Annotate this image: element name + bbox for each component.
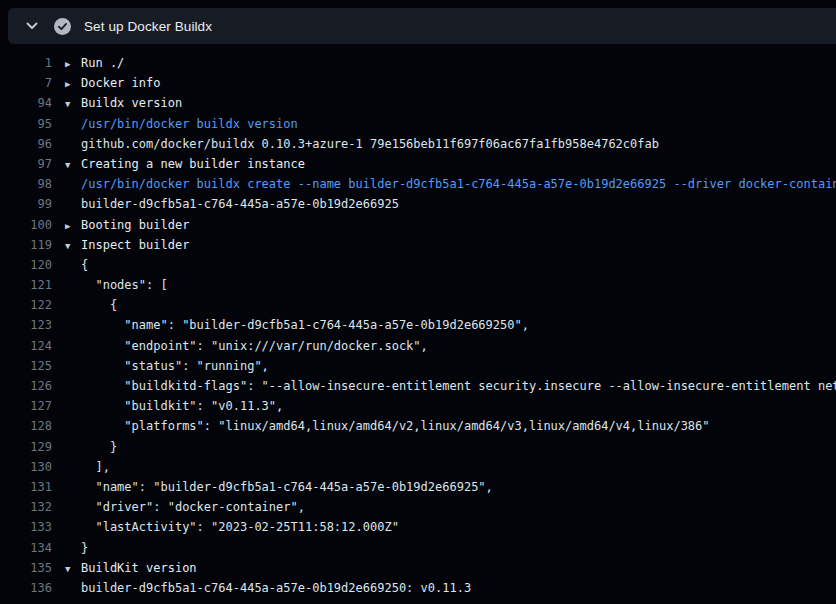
line-number[interactable]: 136: [0, 578, 52, 598]
line-number[interactable]: 133: [0, 517, 52, 537]
log-line-text[interactable]: Inspect builder: [81, 238, 189, 252]
line-number[interactable]: 126: [0, 376, 52, 396]
expander-icon[interactable]: ▶: [65, 54, 77, 74]
log-line-text: "platforms": "linux/amd64,linux/amd64/v2…: [81, 419, 710, 433]
line-number[interactable]: 131: [0, 477, 52, 497]
line-number[interactable]: 132: [0, 497, 52, 517]
line-number[interactable]: 123: [0, 315, 52, 335]
log-group-line: 97▼Creating a new builder instance: [0, 154, 836, 174]
log-line-text[interactable]: Run ./: [81, 56, 124, 70]
line-number[interactable]: 129: [0, 437, 52, 457]
log-line-text: "endpoint": "unix:///var/run/docker.sock…: [81, 339, 428, 353]
log-line: 99builder-d9cfb5a1-c764-445a-a57e-0b19d2…: [0, 194, 836, 214]
log-line: 95/usr/bin/docker buildx version: [0, 114, 836, 134]
log-line: 96github.com/docker/buildx 0.10.3+azure-…: [0, 134, 836, 154]
log-area: 1▶Run ./7▶Docker info94▼Buildx version95…: [0, 44, 836, 604]
log-line: 121 "nodes": [: [0, 275, 836, 295]
log-line: 124 "endpoint": "unix:///var/run/docker.…: [0, 336, 836, 356]
log-group-line: 135▼BuildKit version: [0, 558, 836, 578]
line-number[interactable]: 125: [0, 356, 52, 376]
line-number[interactable]: 96: [0, 134, 52, 154]
line-number[interactable]: 95: [0, 114, 52, 134]
log-line-text: "name": "builder-d9cfb5a1-c764-445a-a57e…: [81, 480, 493, 494]
log-line-text: "status": "running",: [81, 359, 269, 373]
log-group-line: 119▼Inspect builder: [0, 235, 836, 255]
expander-icon[interactable]: ▼: [65, 155, 77, 175]
line-number[interactable]: 124: [0, 336, 52, 356]
log-line-text: /usr/bin/docker buildx create --name bui…: [81, 177, 836, 191]
expander-icon[interactable]: ▶: [65, 216, 77, 236]
log-line-text: "lastActivity": "2023-02-25T11:58:12.000…: [81, 520, 399, 534]
log-line-text: }: [81, 541, 88, 555]
log-line-text[interactable]: Buildx version: [81, 96, 182, 110]
log-line-text[interactable]: Booting builder: [81, 218, 189, 232]
expander-icon[interactable]: ▼: [65, 236, 77, 256]
log-line: 123 "name": "builder-d9cfb5a1-c764-445a-…: [0, 315, 836, 335]
log-line: 133 "lastActivity": "2023-02-25T11:58:12…: [0, 517, 836, 537]
log-line: 131 "name": "builder-d9cfb5a1-c764-445a-…: [0, 477, 836, 497]
line-number[interactable]: 1: [0, 53, 52, 73]
log-line-text: builder-d9cfb5a1-c764-445a-a57e-0b19d2e6…: [81, 197, 399, 211]
line-number[interactable]: 130: [0, 457, 52, 477]
log-line-text[interactable]: Docker info: [81, 76, 160, 90]
line-number[interactable]: 99: [0, 194, 52, 214]
log-line: 134}: [0, 538, 836, 558]
log-line-text: /usr/bin/docker buildx version: [81, 117, 298, 131]
log-line-text: }: [81, 440, 117, 454]
line-number[interactable]: 98: [0, 174, 52, 194]
step-header[interactable]: Set up Docker Buildx: [8, 8, 836, 44]
log-group-line: 7▶Docker info: [0, 73, 836, 93]
line-number[interactable]: 127: [0, 396, 52, 416]
log-line-text: "driver": "docker-container",: [81, 500, 305, 514]
line-number[interactable]: 100: [0, 215, 52, 235]
line-number[interactable]: 121: [0, 275, 52, 295]
step-title: Set up Docker Buildx: [84, 19, 212, 34]
log-line-text: github.com/docker/buildx 0.10.3+azure-1 …: [81, 137, 659, 151]
log-group-line: 94▼Buildx version: [0, 93, 836, 113]
line-number[interactable]: 122: [0, 295, 52, 315]
log-line-text[interactable]: Creating a new builder instance: [81, 157, 305, 171]
log-line-text: ],: [81, 460, 110, 474]
log-line-text[interactable]: BuildKit version: [81, 561, 197, 575]
chevron-down-icon[interactable]: [24, 18, 40, 34]
log-line: 125 "status": "running",: [0, 356, 836, 376]
line-number[interactable]: 134: [0, 538, 52, 558]
log-line-text: "buildkit": "v0.11.3",: [81, 399, 283, 413]
log-line: 132 "driver": "docker-container",: [0, 497, 836, 517]
line-number[interactable]: 97: [0, 154, 52, 174]
log-line: 122 {: [0, 295, 836, 315]
expander-icon[interactable]: ▶: [65, 74, 77, 94]
line-number[interactable]: 94: [0, 93, 52, 113]
line-number[interactable]: 119: [0, 235, 52, 255]
log-line: 128 "platforms": "linux/amd64,linux/amd6…: [0, 416, 836, 436]
expander-icon[interactable]: ▼: [65, 94, 77, 114]
log-line: 98/usr/bin/docker buildx create --name b…: [0, 174, 836, 194]
line-number[interactable]: 128: [0, 416, 52, 436]
log-line-text: "nodes": [: [81, 278, 168, 292]
check-circle-icon: [54, 18, 71, 35]
log-line: 130 ],: [0, 457, 836, 477]
log-group-line: 100▶Booting builder: [0, 215, 836, 235]
log-line-text: "buildkitd-flags": "--allow-insecure-ent…: [81, 379, 836, 393]
log-line-text: {: [81, 258, 88, 272]
log-line: 126 "buildkitd-flags": "--allow-insecure…: [0, 376, 836, 396]
log-line: 127 "buildkit": "v0.11.3",: [0, 396, 836, 416]
log-line-text: "name": "builder-d9cfb5a1-c764-445a-a57e…: [81, 318, 529, 332]
log-line: 120{: [0, 255, 836, 275]
log-line-text: {: [81, 298, 117, 312]
log-line: 129 }: [0, 437, 836, 457]
log-line: 136builder-d9cfb5a1-c764-445a-a57e-0b19d…: [0, 578, 836, 598]
line-number[interactable]: 120: [0, 255, 52, 275]
line-number[interactable]: 7: [0, 73, 52, 93]
expander-icon[interactable]: ▼: [65, 559, 77, 579]
log-group-line: 1▶Run ./: [0, 53, 836, 73]
line-number[interactable]: 135: [0, 558, 52, 578]
log-line-text: builder-d9cfb5a1-c764-445a-a57e-0b19d2e6…: [81, 581, 471, 595]
